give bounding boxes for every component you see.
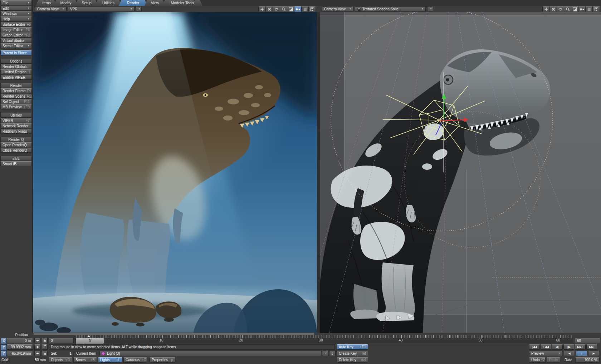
z-envelope-button[interactable]: E <box>42 351 48 356</box>
chevron-down-icon: ▼ <box>26 6 30 10</box>
transport-next-key-button[interactable]: ▶▶+ <box>575 344 586 350</box>
sidebar-group-utilities: Utilities <box>0 113 32 118</box>
sidebar-graph-editor[interactable]: Graph Editor^F2 <box>0 33 32 38</box>
menu-edit[interactable]: Edit▼ <box>0 6 32 11</box>
left-viewport-render[interactable] <box>33 12 317 333</box>
sidebar-render-scene[interactable]: Render SceneF10 <box>0 94 32 99</box>
rate-field[interactable]: 100.0 % <box>575 357 600 363</box>
camera-icon[interactable] <box>578 6 586 12</box>
undo-button[interactable]: Undo^Z <box>529 357 546 363</box>
camera-icon[interactable] <box>294 6 302 12</box>
y-envelope-button[interactable]: E <box>42 344 48 350</box>
right-view-type-dropdown[interactable]: Camera View▼ <box>322 7 353 11</box>
item-type-lights[interactable]: Lights+L <box>98 357 122 363</box>
auto-key-button[interactable]: Auto Key+F1 <box>337 344 368 350</box>
transport-prev-key-button[interactable]: +◀◀ <box>541 344 551 350</box>
sidebar-viper[interactable]: VIPERF7 <box>0 118 32 123</box>
current-item-arrow-button[interactable]: ▼ <box>322 351 328 356</box>
x-stepper[interactable]: ◀▶ <box>34 338 40 343</box>
chevron-down-icon: ▼ <box>557 351 560 355</box>
position-x-field[interactable]: 0 m <box>6 338 33 343</box>
end-frame-field[interactable]: 60 <box>575 338 600 343</box>
z-stepper[interactable]: ◀▶ <box>34 351 40 356</box>
left-render-mode-dropdown[interactable]: VPR▼ <box>68 7 135 11</box>
transport-step-forward-button[interactable]: ||▶ <box>563 344 574 350</box>
tab-modify[interactable]: Modify <box>54 0 78 6</box>
item-type-bones[interactable]: Bones+B <box>73 357 97 363</box>
sidebar-limited-region[interactable]: Limited Regionl <box>0 69 32 74</box>
rotate-icon[interactable] <box>265 6 273 12</box>
axis-y-badge[interactable]: Y <box>1 344 7 350</box>
ruler-number: 10 <box>159 338 163 342</box>
right-viewport-render[interactable] <box>320 12 601 333</box>
pan-icon[interactable] <box>542 6 550 12</box>
axis-x-badge[interactable]: X <box>1 338 7 344</box>
properties-button[interactable]: Propertiesp <box>150 357 175 363</box>
sidebar-virtual-studio[interactable]: Virtual Studio <box>0 38 32 43</box>
delete-key-button[interactable]: Delete Keydel <box>337 357 368 363</box>
tab-render[interactable]: Render <box>119 0 147 6</box>
play-forward-button[interactable]: ▶ <box>588 351 599 356</box>
left-view-type-dropdown[interactable]: Camera View▼ <box>35 7 67 11</box>
sidebar-network-render[interactable]: Network Render <box>0 123 32 128</box>
sidebar-enable-viper[interactable]: Enable VIPER <box>0 75 32 80</box>
menu-help[interactable]: Help▼ <box>0 16 32 21</box>
right-render-mode-dropdown[interactable]: T Textured Shaded Solid▼ <box>355 7 426 11</box>
pause-button[interactable]: || <box>576 351 587 356</box>
play-reverse-button[interactable]: ◀ <box>564 351 575 356</box>
sidebar-render-globals[interactable]: Render Globals <box>0 64 32 69</box>
sidebar-parent-in-place[interactable]: Parent in Place <box>0 50 32 55</box>
current-item-dropdown[interactable]: Light (3) <box>99 351 321 356</box>
sidebar-scene-editor[interactable]: Scene Editor▼ <box>0 43 32 48</box>
item-type-cameras[interactable]: Cameras+C <box>123 357 147 363</box>
x-envelope-button[interactable]: E <box>42 338 48 343</box>
item-type-objects[interactable]: Objects+O <box>49 357 72 363</box>
timeline-track[interactable] <box>75 338 573 344</box>
list-icon[interactable] <box>585 6 593 12</box>
orbit-icon[interactable] <box>557 6 564 12</box>
tab-setup[interactable]: Setup <box>75 0 98 6</box>
sidebar-sel-object[interactable]: Sel ObjectF11 <box>0 99 32 104</box>
orbit-icon[interactable] <box>273 6 280 12</box>
pan-icon[interactable] <box>258 6 266 12</box>
expand-corner-icon[interactable] <box>287 6 294 12</box>
sidebar-mb-preview[interactable]: MB Preview+F9 <box>0 104 32 109</box>
item-panel-button[interactable]: ▯ <box>329 351 336 356</box>
menu-file[interactable]: File▼ <box>0 0 32 5</box>
sidebar-smart-ibl[interactable]: Smart IBL <box>0 161 32 166</box>
rotate-icon[interactable] <box>549 6 557 12</box>
transport-step-back-button[interactable]: ◀|| <box>552 344 563 350</box>
frame-slider-handle[interactable]: 0 <box>75 338 104 344</box>
tab-items[interactable]: Items <box>36 0 57 6</box>
position-y-field[interactable]: 39.9992 mm <box>6 344 33 350</box>
expand-corner-icon[interactable] <box>571 6 578 12</box>
y-stepper[interactable]: ◀▶ <box>34 344 40 350</box>
frame-ruler-ticks[interactable] <box>75 335 573 338</box>
tab-modeler-tools[interactable]: Modeler Tools <box>162 0 202 6</box>
current-frame-field[interactable]: 0 <box>49 338 74 343</box>
preview-dropdown[interactable]: Preview▼ <box>529 351 562 356</box>
save-view-icon[interactable] <box>592 6 600 12</box>
list-icon[interactable] <box>301 6 309 12</box>
position-z-field[interactable]: -65.0419mm <box>6 351 33 356</box>
left-viewport-menu-button[interactable]: ▼ <box>136 7 142 11</box>
tab-view[interactable]: View <box>145 0 165 6</box>
save-view-icon[interactable] <box>308 6 316 12</box>
transport-go-end-button[interactable]: ▶▶| <box>586 344 597 350</box>
redo-button[interactable]: Redo <box>547 357 560 363</box>
axis-z-badge[interactable]: Z <box>1 351 7 357</box>
zoom-icon[interactable] <box>280 6 287 12</box>
menu-windows[interactable]: Windows▼ <box>0 11 32 16</box>
tab-utilities[interactable]: Utilities <box>95 0 122 6</box>
transport-go-start-button[interactable]: |◀◀ <box>529 344 540 350</box>
zoom-icon[interactable] <box>564 6 571 12</box>
sidebar-render-frame[interactable]: Render FrameF9 <box>0 88 32 93</box>
right-viewport-menu-button[interactable]: ▼ <box>427 7 433 11</box>
texture-mode-icon: T <box>357 7 361 11</box>
sidebar-close-renderq[interactable]: Close RenderQ <box>0 148 32 153</box>
create-key-button[interactable]: Create Keyret <box>337 351 368 356</box>
sidebar-open-renderq[interactable]: Open RenderQ <box>0 142 32 147</box>
sidebar-surface-editor[interactable]: Surface EditorF5 <box>0 22 32 27</box>
sidebar-radiosity-flags[interactable]: Radiosity Flags <box>0 129 32 134</box>
sidebar-image-editor[interactable]: Image EditorF6 <box>0 27 32 32</box>
